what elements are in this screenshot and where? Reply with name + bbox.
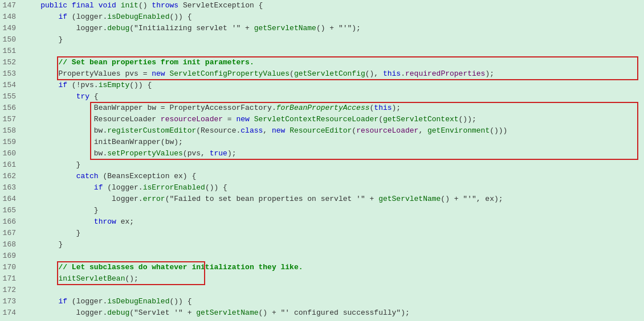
line-number: 168	[0, 239, 23, 250]
line-number: 150	[0, 34, 23, 46]
line-number: 172	[0, 285, 23, 296]
line-content: if (!pvs.isEmpty()) {	[23, 80, 644, 91]
line-number: 173	[0, 296, 23, 307]
table-row: 169	[0, 250, 644, 262]
line-content: }	[23, 159, 644, 171]
table-row: 160 bw.setPropertyValues(pvs, true);	[0, 148, 644, 159]
line-content: logger.debug("Initializing servlet '" + …	[23, 23, 644, 34]
line-content: if (logger.isDebugEnabled()) {	[23, 296, 644, 307]
line-content: ResourceLoader resourceLoader = new Serv…	[23, 114, 644, 125]
line-number: 158	[0, 125, 23, 137]
line-content: }	[23, 239, 644, 250]
line-content: logger.error("Failed to set bean propert…	[23, 194, 644, 205]
line-number: 157	[0, 114, 23, 125]
line-content: catch (BeansException ex) {	[23, 171, 644, 182]
line-number: 175	[0, 319, 23, 321]
line-number: 163	[0, 182, 23, 194]
line-number: 166	[0, 216, 23, 228]
line-content: public final void init() throws ServletE…	[23, 0, 644, 11]
line-number: 159	[0, 137, 23, 148]
table-row: 175 }	[0, 319, 644, 321]
line-content: initBeanWrapper(bw);	[23, 137, 644, 148]
table-row: 173 if (logger.isDebugEnabled()) {	[0, 296, 644, 307]
table-row: 152 // Set bean properties from init par…	[0, 57, 644, 68]
line-number: 149	[0, 23, 23, 34]
table-row: 159 initBeanWrapper(bw);	[0, 137, 644, 148]
line-content: }	[23, 205, 644, 216]
table-row: 172	[0, 285, 644, 296]
table-row: 167 }	[0, 228, 644, 239]
table-row: 156 BeanWrapper bw = PropertyAccessorFac…	[0, 102, 644, 114]
line-number: 152	[0, 57, 23, 68]
table-row: 162 catch (BeansException ex) {	[0, 171, 644, 182]
line-content: throw ex;	[23, 216, 644, 228]
line-number: 169	[0, 250, 23, 262]
line-number: 156	[0, 102, 23, 114]
line-content: try {	[23, 91, 644, 102]
line-number: 171	[0, 273, 23, 285]
table-row: 148 if (logger.isDebugEnabled()) {	[0, 11, 644, 23]
line-number: 161	[0, 159, 23, 171]
table-row: 157 ResourceLoader resourceLoader = new …	[0, 114, 644, 125]
table-row: 150 }	[0, 34, 644, 46]
table-row: 155 try {	[0, 91, 644, 102]
line-number: 164	[0, 194, 23, 205]
line-number: 153	[0, 68, 23, 80]
table-row: 161 }	[0, 159, 644, 171]
line-number: 147	[0, 0, 23, 11]
line-content: initServletBean();	[23, 273, 644, 285]
table-row: 158 bw.registerCustomEditor(Resource.cla…	[0, 125, 644, 137]
table-row: 170 // Let subclasses do whatever initia…	[0, 262, 644, 273]
table-row: 149 logger.debug("Initializing servlet '…	[0, 23, 644, 34]
line-number: 165	[0, 205, 23, 216]
table-row: 154 if (!pvs.isEmpty()) {	[0, 80, 644, 91]
table-row: 174 logger.debug("Servlet '" + getServle…	[0, 307, 644, 319]
line-number: 167	[0, 228, 23, 239]
line-content: if (logger.isErrorEnabled()) {	[23, 182, 644, 194]
line-number: 170	[0, 262, 23, 273]
line-content: }	[23, 34, 644, 46]
line-content: }	[23, 228, 644, 239]
line-content: BeanWrapper bw = PropertyAccessorFactory…	[23, 102, 644, 114]
line-content: bw.registerCustomEditor(Resource.class, …	[23, 125, 644, 137]
table-row: 168 }	[0, 239, 644, 250]
line-number: 151	[0, 46, 23, 57]
line-content: // Let subclasses do whatever initializa…	[23, 262, 644, 273]
line-content: if (logger.isDebugEnabled()) {	[23, 11, 644, 23]
code-container: 147 public final void init() throws Serv…	[0, 0, 644, 321]
table-row: 151	[0, 46, 644, 57]
line-number: 148	[0, 11, 23, 23]
line-content: bw.setPropertyValues(pvs, true);	[23, 148, 644, 159]
line-number: 155	[0, 91, 23, 102]
line-content: logger.debug("Servlet '" + getServletNam…	[23, 307, 644, 319]
table-row: 166 throw ex;	[0, 216, 644, 228]
line-content: }	[23, 319, 644, 321]
table-row: 153 PropertyValues pvs = new ServletConf…	[0, 68, 644, 80]
line-content: PropertyValues pvs = new ServletConfigPr…	[23, 68, 644, 80]
line-number: 154	[0, 80, 23, 91]
table-row: 147 public final void init() throws Serv…	[0, 0, 644, 11]
line-number: 162	[0, 171, 23, 182]
table-row: 164 logger.error("Failed to set bean pro…	[0, 194, 644, 205]
line-number: 174	[0, 307, 23, 319]
table-row: 165 }	[0, 205, 644, 216]
table-row: 163 if (logger.isErrorEnabled()) {	[0, 182, 644, 194]
line-content: // Set bean properties from init paramet…	[23, 57, 644, 68]
line-number: 160	[0, 148, 23, 159]
table-row: 171 initServletBean();	[0, 273, 644, 285]
